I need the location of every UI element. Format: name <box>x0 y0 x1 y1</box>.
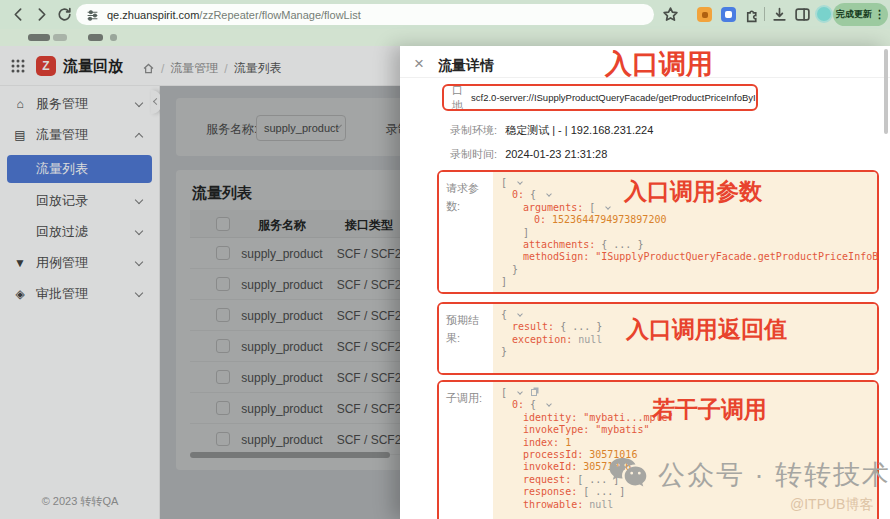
browser-toolbar: qe.zhuanspirit.com/zzRepeater/flowManage… <box>0 0 890 29</box>
browser-menu-icon[interactable]: ⋮ <box>874 9 885 20</box>
json-token: [ <box>501 177 513 188</box>
json-token: response: <box>523 486 583 497</box>
record-time-row: 录制时间: 2024-01-23 21:31:28 <box>450 147 607 162</box>
profile-avatar[interactable] <box>815 5 833 23</box>
json-token: [ <box>501 387 513 398</box>
back-icon[interactable] <box>10 6 27 23</box>
screenshot-stage: qe.zhuanspirit.com/zzRepeater/flowManage… <box>0 0 890 519</box>
json-token: attachments: <box>523 239 601 250</box>
bookmark-item[interactable] <box>28 34 50 41</box>
bookmark-item[interactable] <box>53 34 67 41</box>
json-token: null <box>589 499 613 510</box>
record-time-value: 2024-01-23 21:31:28 <box>505 148 607 160</box>
json-token: arguments: <box>523 202 589 213</box>
json-token: [ <box>589 202 601 213</box>
bookmark-item[interactable] <box>110 34 117 41</box>
collapse-caret-icon[interactable] <box>546 192 552 198</box>
json-token: 1523644794973897200 <box>552 214 666 225</box>
json-token: methodSign: <box>523 251 595 262</box>
json-token: { <box>501 309 513 320</box>
collapse-caret-icon[interactable] <box>517 389 523 395</box>
record-env-value: 稳定测试 | - | 192.168.231.224 <box>505 124 653 136</box>
side-panel-icon[interactable] <box>794 6 811 23</box>
json-token: result: <box>512 321 560 332</box>
url-path: /zzRepeater/flowManage/flowList <box>199 9 360 21</box>
watermark: 公众号 · 转转技术 <box>608 456 890 494</box>
annotation-box-interface-address: 接口地址: scf2.0-server://ISupplyProductQuer… <box>442 84 758 111</box>
extension-blue-icon[interactable] <box>721 7 736 22</box>
json-token: } <box>501 346 507 357</box>
collapse-caret-icon[interactable] <box>517 179 523 185</box>
collapse-caret-icon[interactable] <box>605 204 611 210</box>
subcalls-label: 子调用: <box>446 392 482 404</box>
json-token: identity: <box>523 412 583 423</box>
expected-result-label: 预期结果: <box>446 314 479 344</box>
extensions-puzzle-icon[interactable] <box>744 6 761 23</box>
annotation-subcalls: 若干子调用 <box>652 394 767 425</box>
json-token: ] <box>523 227 529 238</box>
annotation-entry-params: 入口调用参数 <box>624 176 762 207</box>
interface-address-label: 接口地址: <box>452 84 466 111</box>
record-env-row: 录制环境: 稳定测试 | - | 192.168.231.224 <box>450 123 653 138</box>
url-host: qe.zhuanspirit.com <box>107 9 199 21</box>
toolbar-divider <box>764 7 765 21</box>
json-token: { ... } <box>560 321 602 332</box>
json-token: index: <box>523 437 565 448</box>
watermark-credit: @ITPUB博客 <box>790 496 873 514</box>
record-env-label: 录制环境: <box>450 124 497 136</box>
forward-icon[interactable] <box>33 6 50 23</box>
address-bar[interactable]: qe.zhuanspirit.com/zzRepeater/flowManage… <box>76 4 654 25</box>
traffic-detail-drawer: × 流量详情 入口调用 接口地址: scf2.0-server://ISuppl… <box>400 46 890 519</box>
json-token: invokeType: <box>523 424 595 435</box>
drawer-mask-inner[interactable] <box>160 86 400 519</box>
collapse-caret-icon[interactable] <box>517 311 523 317</box>
json-token: 1 <box>565 437 571 448</box>
json-token: request: <box>523 474 577 485</box>
copy-icon[interactable] <box>531 389 537 396</box>
json-token: { <box>530 399 542 410</box>
json-token: 0: <box>534 214 552 225</box>
bookmark-star-icon[interactable] <box>662 6 679 23</box>
json-token: processId: <box>523 449 589 460</box>
request-params-label: 请求参数: <box>446 182 479 212</box>
json-token: exception: <box>512 334 578 345</box>
bookmarks-bar <box>0 29 890 46</box>
json-token: } <box>512 264 518 275</box>
json-token: 0: <box>512 399 530 410</box>
collapse-caret-icon[interactable] <box>546 402 552 408</box>
json-token: 0: <box>512 189 530 200</box>
reload-icon[interactable] <box>56 6 73 23</box>
extension-orange-icon[interactable] <box>697 7 712 22</box>
json-token: throwable: <box>523 499 589 510</box>
json-token: null <box>578 334 602 345</box>
chrome-update-label: 完成更新 <box>836 8 872 21</box>
record-time-label: 录制时间: <box>450 148 497 160</box>
site-settings-icon[interactable] <box>86 8 99 21</box>
chrome-update-button[interactable]: 完成更新⋮ <box>833 3 888 26</box>
json-token: "mybatis" <box>595 424 649 435</box>
drawer-title: 流量详情 <box>438 57 494 75</box>
bookmark-item[interactable] <box>88 34 103 41</box>
json-token: { <box>530 189 542 200</box>
wechat-icon <box>608 456 648 494</box>
json-token: { ... } <box>601 239 643 250</box>
json-token: ] <box>501 276 507 287</box>
annotation-entry-call: 入口调用 <box>605 46 713 82</box>
downloads-icon[interactable] <box>771 6 788 23</box>
close-icon[interactable]: × <box>414 55 424 72</box>
watermark-account: 公众号 · 转转技术 <box>658 457 890 493</box>
json-token: "ISupplyProductQueryFacade.getProductPri… <box>595 251 879 262</box>
annotation-entry-return: 入口调用返回值 <box>626 314 787 345</box>
interface-address-value: scf2.0-server://ISupplyProductQueryFacad… <box>471 92 758 103</box>
drawer-scrollbar[interactable] <box>884 49 888 134</box>
json-token: invokeId: <box>523 461 583 472</box>
